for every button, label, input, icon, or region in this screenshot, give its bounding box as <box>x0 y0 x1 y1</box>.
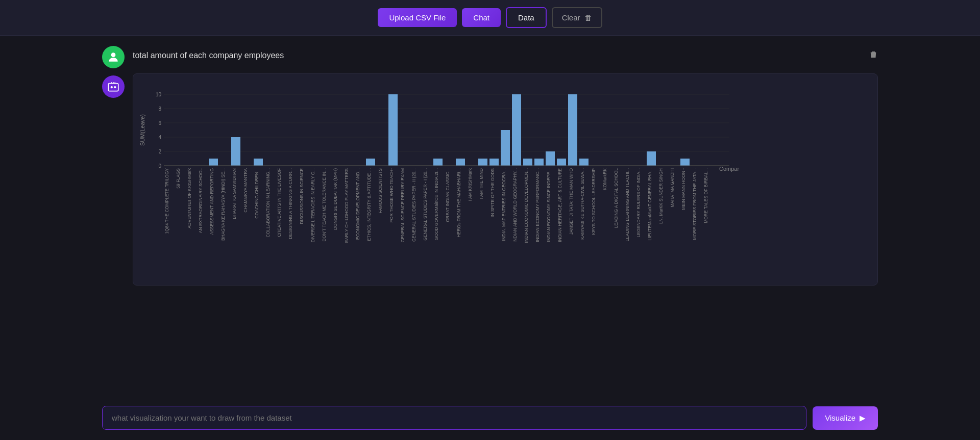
user-message-text: total amount of each company employees <box>133 46 861 60</box>
visualize-button[interactable]: Visualize ▶ <box>813 406 878 430</box>
send-icon: ▶ <box>860 413 866 423</box>
chart-area[interactable]: 0246810SUM(Leave)1Q84 THE COMPLETE TRILO… <box>138 84 872 280</box>
svg-text:MEIN MANN HOON -: MEIN MANN HOON - <box>681 168 686 210</box>
input-bar: Visualize ▶ <box>102 398 878 440</box>
svg-rect-49 <box>456 159 465 166</box>
svg-rect-41 <box>388 94 398 166</box>
svg-text:GREAT INDIAN CLASSIC...: GREAT INDIAN CLASSIC... <box>445 168 450 222</box>
svg-text:INDIAN ECONOMIC DEVELOPMEN...: INDIAN ECONOMIC DEVELOPMEN... <box>524 168 529 243</box>
visualize-label: Visualize <box>825 413 855 422</box>
svg-text:ETHICS, INTEGRITY & APTITUDE .: ETHICS, INTEGRITY & APTITUDE ... <box>366 168 372 241</box>
svg-text:4: 4 <box>158 135 161 140</box>
svg-text:DON'T TEACH ME TOLERANCE IN...: DON'T TEACH ME TOLERANCE IN... <box>322 168 327 242</box>
bot-avatar <box>102 75 125 98</box>
svg-point-2 <box>111 86 113 88</box>
svg-text:CHAMarKYA MANTRA: CHAMarKYA MANTRA <box>243 168 248 213</box>
svg-text:LIEUTEMainMarkT GENERAL BHA...: LIEUTEMainMarkT GENERAL BHA... <box>647 168 652 241</box>
user-message: total amount of each company employees <box>102 36 878 73</box>
svg-text:LEADING LEARNING AND TEACHI...: LEADING LEARNING AND TEACHI... <box>625 168 630 241</box>
svg-text:1Q84 THE COMPLETE TRILOGY: 1Q84 THE COMPLETE TRILOGY <box>164 168 169 234</box>
svg-text:DIVERSE LITERACIES IN EARLY C.: DIVERSE LITERACIES IN EARLY C... <box>310 168 315 242</box>
svg-rect-56 <box>501 130 510 166</box>
svg-text:ADVENTUREs OF KRISHMark: ADVENTUREs OF KRISHMark <box>187 168 192 228</box>
svg-text:LEGENDARY RULERS OF INDIA...: LEGENDARY RULERS OF INDIA... <box>636 168 641 237</box>
svg-text:DISCUSSIONS IN SCIENCE: DISCUSSIONS IN SCIENCE <box>299 168 304 224</box>
svg-rect-38 <box>366 159 375 166</box>
svg-text:COACHING CHILDREN...: COACHING CHILDREN... <box>254 168 259 219</box>
svg-rect-52 <box>478 159 487 166</box>
svg-text:INDIA: MAP ENTRIES IN GEOGRA..: INDIA: MAP ENTRIES IN GEOGRA... <box>501 168 506 241</box>
svg-text:DESIGNING A THINKING A CURR...: DESIGNING A THINKING A CURR... <box>288 168 293 239</box>
svg-point-3 <box>114 86 116 88</box>
svg-text:LN. MarKK SUNDER SINGH: LN. MarKK SUNDER SINGH <box>658 168 664 224</box>
trash-icon: 🗑 <box>584 13 592 22</box>
svg-text:Compar: Compar <box>719 166 739 172</box>
chart-container: 0246810SUM(Leave)1Q84 THE COMPLETE TRILO… <box>133 73 878 286</box>
svg-rect-46 <box>433 159 443 166</box>
svg-text:I AM KRISHMark: I AM KRISHMark <box>468 168 473 201</box>
svg-text:6: 6 <box>158 120 161 126</box>
svg-text:BHARAT KA SAMVIDHAN: BHARAT KA SAMVIDHAN <box>232 168 237 219</box>
svg-rect-64 <box>546 151 555 166</box>
clear-label: Clear <box>562 13 580 22</box>
svg-text:MAHATMA GANDHI: MAHATMA GANDHI <box>670 168 675 208</box>
svg-text:ASSESSMENT AND REPORTING: ASSESSMENT AND REPORTING <box>209 168 214 235</box>
data-button[interactable]: Data <box>506 7 547 28</box>
svg-text:SUM(Leave): SUM(Leave) <box>139 114 145 146</box>
svg-rect-60 <box>523 159 532 166</box>
svg-text:COLLABORATION IN LEARNING...: COLLABORATION IN LEARNING... <box>265 168 271 237</box>
delete-message-button[interactable] <box>869 46 878 61</box>
svg-text:JAMSET  JI TATA: THE MAN WHO: JAMSET JI TATA: THE MAN WHO <box>569 168 574 235</box>
user-avatar <box>102 46 125 68</box>
svg-text:GENERAL STUDIES PAPER - I (20.: GENERAL STUDIES PAPER - I (20... <box>423 168 428 241</box>
svg-text:DONGRI SE DUBAI TAK (MPH): DONGRI SE DUBAI TAK (MPH) <box>333 168 338 230</box>
svg-text:GENERAL SCIENCE PRELIRY EXAM: GENERAL SCIENCE PRELIRY EXAM <box>400 168 405 242</box>
svg-rect-1 <box>108 84 118 91</box>
svg-text:INDIAN ECONOMY PERFORMANC...: INDIAN ECONOMY PERFORMANC... <box>535 168 540 242</box>
svg-rect-24 <box>231 137 240 166</box>
svg-text:10: 10 <box>156 92 162 97</box>
svg-text:LEADING A DIGITAL SCHOOL: LEADING A DIGITAL SCHOOL <box>614 168 619 228</box>
svg-text:INDIAN ECONOMY SINCE INDEPE...: INDIAN ECONOMY SINCE INDEPE... <box>546 168 551 242</box>
svg-text:EARLY CHILDHOOD PLAY MATTERS: EARLY CHILDHOOD PLAY MATTERS <box>344 168 349 243</box>
svg-text:2: 2 <box>158 149 161 154</box>
svg-text:BHAGYA KE RAHASYA (HINDI) SE..: BHAGYA KE RAHASYA (HINDI) SE... <box>220 168 226 241</box>
svg-text:IN SPITE OF THE GODS: IN SPITE OF THE GODS <box>490 168 495 218</box>
svg-text:59 FLAGS: 59 FLAGS <box>176 168 181 189</box>
bot-message: 0246810SUM(Leave)1Q84 THE COMPLETE TRILO… <box>102 73 878 398</box>
svg-rect-58 <box>512 94 521 166</box>
svg-text:MORE STORIES FROM THE JATA...: MORE STORIES FROM THE JATA... <box>692 168 697 240</box>
svg-text:HEROs FROM THE MAHABHARt...: HEROs FROM THE MAHABHARt... <box>456 168 461 237</box>
svg-text:KEYS TO SCHOOL LEADERSHIP: KEYS TO SCHOOL LEADERSHIP <box>591 168 596 235</box>
svg-text:GENERAL STUDIES PAPER - II (20: GENERAL STUDIES PAPER - II (20... <box>411 168 416 242</box>
svg-text:FOR THOSE WHO TEACH-: FOR THOSE WHO TEACH- <box>389 168 394 223</box>
upload-csv-button[interactable]: Upload CSV File <box>378 8 457 27</box>
svg-rect-27 <box>254 159 263 166</box>
svg-text:AN EXTRAORDINAiRY SCHOOL: AN EXTRAORDINAiRY SCHOOL <box>198 168 203 233</box>
svg-text:MORE TALES OF BIRBAL...: MORE TALES OF BIRBAL... <box>703 168 708 223</box>
svg-text:CREATIVE ARTS IN THE LIVESOF: CREATIVE ARTS IN THE LIVESOF <box>277 168 282 237</box>
svg-rect-70 <box>579 159 589 166</box>
chat-button[interactable]: Chat <box>462 8 501 27</box>
svg-rect-54 <box>489 159 499 166</box>
svg-text:INDIAN AND WORLD GEOGRAPHY...: INDIAN AND WORLD GEOGRAPHY... <box>512 168 518 243</box>
svg-rect-68 <box>568 94 577 166</box>
top-bar: Upload CSV File Chat Data Clear 🗑 <box>0 0 980 36</box>
svg-rect-21 <box>209 159 218 166</box>
svg-text:FAMOUS SCIENTISTS: FAMOUS SCIENTISTS <box>378 168 383 214</box>
clear-button[interactable]: Clear 🗑 <box>552 7 602 28</box>
svg-text:KOMarkRK: KOMarkRK <box>602 168 607 190</box>
svg-point-0 <box>111 53 116 57</box>
svg-rect-81 <box>680 159 690 166</box>
svg-text:GOOD GOVERMainCE IN INDIA 2I..: GOOD GOVERMainCE IN INDIA 2I... <box>434 168 439 240</box>
svg-text:KAMYABI KE SUTRA-CIVIL SEWA...: KAMYABI KE SUTRA-CIVIL SEWA... <box>580 168 585 240</box>
chat-input[interactable] <box>102 406 806 430</box>
svg-rect-66 <box>557 159 566 166</box>
svg-rect-62 <box>534 159 544 166</box>
bar-chart: 0246810SUM(Leave)1Q84 THE COMPLETE TRILO… <box>138 84 734 278</box>
main-content: total amount of each company employees 0… <box>0 36 980 440</box>
svg-text:INDIAN HERITAGE, ART & CULTURE: INDIAN HERITAGE, ART & CULTURE <box>557 168 562 242</box>
svg-text:ECONOMIC DEVELOPMENT AND...: ECONOMIC DEVELOPMENT AND... <box>355 168 360 240</box>
svg-rect-77 <box>647 151 656 166</box>
svg-text:0: 0 <box>158 163 161 169</box>
